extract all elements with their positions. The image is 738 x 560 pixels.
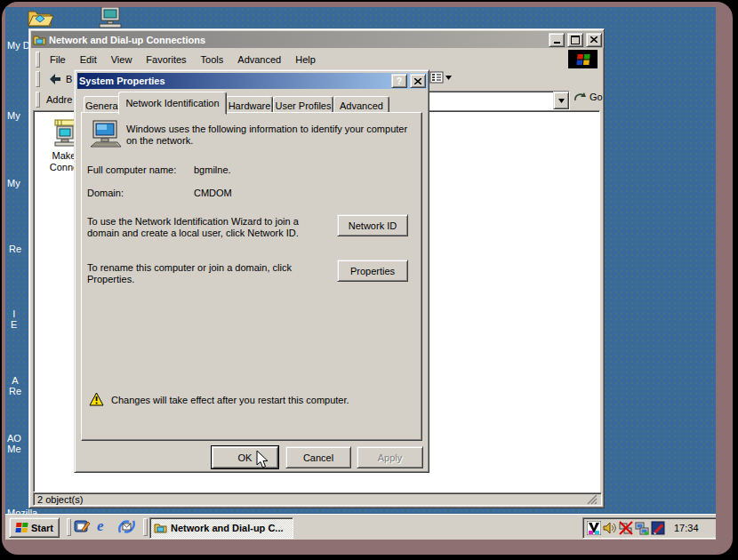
domain-value: CMDOM [194, 188, 232, 198]
start-label: Start [31, 523, 53, 533]
task-button-label: Network and Dial-up C... [171, 523, 284, 533]
back-arrow-icon [48, 73, 62, 85]
volume-tray-icon[interactable] [603, 521, 617, 535]
properties-description: To rename this computer or join a domain… [87, 262, 327, 285]
menu-tools[interactable]: Tools [194, 52, 231, 67]
outlook-express-icon[interactable] [118, 518, 135, 535]
network-id-description: To use the Network Identification Wizard… [87, 216, 327, 239]
menu-favorites[interactable]: Favorites [139, 52, 193, 67]
taskbar-separator[interactable] [67, 518, 71, 536]
task-button-network-connections[interactable]: Network and Dial-up C... [149, 517, 293, 539]
close-button[interactable] [586, 33, 602, 47]
warning-icon [89, 392, 104, 406]
status-text: 2 object(s) [37, 494, 83, 505]
go-arrow-icon [574, 91, 587, 102]
status-bar: 2 object(s) [33, 492, 598, 506]
menu-file[interactable]: File [43, 52, 73, 67]
views-button[interactable] [429, 71, 452, 84]
status-pane: 2 object(s) [33, 492, 602, 506]
display-tray-icon[interactable] [651, 521, 665, 535]
full-computer-name-value: bgmilne. [194, 164, 231, 175]
properties-button[interactable]: Properties [337, 260, 408, 282]
desktop-label-aol[interactable]: AO Me [7, 433, 21, 454]
desktop-label-my-documents[interactable]: My D [7, 40, 30, 51]
taskbar-separator-2[interactable] [143, 518, 148, 536]
go-button[interactable]: Go [574, 91, 603, 102]
menu-help[interactable]: Help [288, 52, 323, 67]
folder-window-icon [33, 34, 46, 46]
dialog-title: System Properties [79, 76, 389, 86]
desktop-label-acrobat[interactable]: A Re [9, 375, 21, 396]
computer-icon [87, 120, 123, 152]
internet-explorer-icon[interactable]: e [97, 517, 104, 535]
views-icon [429, 71, 444, 84]
resize-grip[interactable] [587, 494, 598, 505]
network-id-button[interactable]: Network ID [337, 214, 408, 236]
dialog-titlebar[interactable]: System Properties ? [77, 73, 428, 89]
back-label: B [66, 74, 72, 84]
windows-throbber-icon [568, 50, 598, 68]
menu-view[interactable]: View [104, 52, 140, 67]
apply-button[interactable]: Apply [357, 446, 423, 468]
menu-advanced[interactable]: Advanced [230, 52, 288, 67]
chevron-down-icon [445, 76, 452, 80]
system-tray: 17:34 [582, 517, 716, 539]
network-tray-icon[interactable] [635, 521, 649, 535]
start-button[interactable]: Start [9, 517, 60, 538]
tab-page: Windows uses the following information t… [81, 112, 422, 441]
addressbar-grip[interactable] [36, 92, 40, 108]
maximize-button[interactable] [567, 33, 583, 47]
toolbar-grip[interactable] [36, 71, 40, 87]
full-computer-name-label: Full computer name: [87, 164, 176, 175]
address-dropdown-button[interactable] [553, 92, 569, 109]
ok-button[interactable]: OK [212, 446, 278, 468]
address-label: Addre [43, 94, 76, 105]
dialog-intro-text: Windows uses the following information t… [126, 124, 415, 147]
menu-bar: File Edit View Favorites Tools Advanced … [33, 50, 572, 68]
window-title: Network and Dial-up Connections [49, 35, 546, 45]
cancel-button[interactable]: Cancel [285, 446, 351, 468]
menubar-grip[interactable] [36, 52, 40, 68]
vnc-tray-icon[interactable] [587, 521, 601, 535]
my-computer-icon[interactable] [98, 7, 123, 29]
folder-window-icon [154, 522, 167, 534]
help-button[interactable]: ? [391, 74, 407, 88]
desktop-label-recycle-bin[interactable]: Re [9, 244, 21, 254]
taskbar: Start e Network and Dia [5, 514, 716, 540]
domain-label: Domain: [87, 188, 124, 198]
show-desktop-icon[interactable] [74, 518, 91, 535]
window-titlebar[interactable]: Network and Dial-up Connections [31, 31, 604, 48]
menu-edit[interactable]: Edit [73, 52, 104, 67]
back-button[interactable]: B [43, 72, 77, 86]
network-disconnected-tray-icon[interactable] [619, 521, 633, 535]
my-documents-icon[interactable] [27, 7, 53, 28]
warning-text: Changes will take effect after you resta… [111, 395, 349, 405]
go-label: Go [590, 92, 603, 102]
clock[interactable]: 17:34 [674, 523, 699, 533]
desktop: My D My My Re I E A Re AO Me Mozilla Net… [5, 7, 716, 540]
tab-network-identification[interactable]: Network Identification [118, 92, 227, 115]
desktop-label-my-computer[interactable]: My [7, 110, 20, 121]
desktop-label-my-network[interactable]: My [7, 178, 20, 188]
system-properties-dialog: System Properties ? General Network Iden… [74, 69, 429, 473]
desktop-label-internet-explorer[interactable]: I E [11, 308, 17, 330]
windows-logo-icon [14, 522, 28, 533]
dialog-close-button[interactable] [410, 74, 426, 88]
minimize-button[interactable] [549, 33, 565, 47]
